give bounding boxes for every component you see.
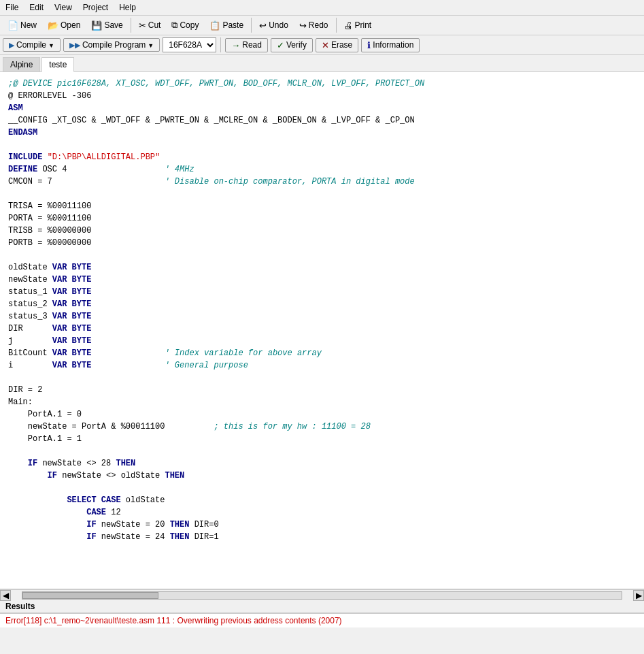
scroll-left-button[interactable]: ◀: [0, 590, 11, 601]
open-button[interactable]: Open: [43, 18, 85, 33]
editor-container[interactable]: ;@ DEVICE pic16F628A, XT_OSC, WDT_OFF, P…: [0, 72, 644, 589]
information-button[interactable]: Information: [361, 38, 420, 52]
redo-button[interactable]: Redo: [294, 18, 333, 33]
copy-label: Copy: [180, 20, 199, 30]
new-icon: [7, 20, 18, 31]
information-label: Information: [373, 40, 413, 50]
device-selector[interactable]: 16F628A 16F84A 16F877A: [163, 37, 216, 52]
info-icon: [367, 40, 371, 50]
compile-program-dropdown-arrow: [148, 40, 154, 50]
save-icon: [91, 20, 102, 31]
results-label: Results: [5, 602, 35, 611]
save-label: Save: [104, 20, 122, 30]
verify-label: Verify: [286, 40, 307, 50]
compile-program-label: Compile Program: [82, 40, 146, 50]
horizontal-scrollbar[interactable]: ◀ ▶: [0, 589, 644, 600]
compile-label: Compile: [16, 40, 46, 50]
undo-icon: [259, 20, 267, 31]
redo-label: Redo: [309, 20, 328, 30]
separator-4: [220, 37, 221, 52]
toolbar: New Open Save Cut Copy Paste Undo Redo P…: [0, 16, 644, 35]
separator-1: [131, 18, 131, 33]
redo-icon: [299, 20, 307, 31]
status-bar: Results: [0, 600, 644, 613]
menu-bar: File Edit View Project Help: [0, 0, 644, 16]
menu-view[interactable]: View: [49, 1, 78, 14]
compile-toolbar: Compile Compile Program 16F628A 16F84A 1…: [0, 35, 644, 55]
cut-label: Cut: [148, 20, 161, 30]
compile-icon: [9, 40, 14, 50]
tab-teste[interactable]: teste: [41, 57, 74, 72]
print-button[interactable]: Print: [339, 18, 377, 33]
read-button[interactable]: Read: [225, 38, 268, 52]
cut-icon: [139, 20, 146, 31]
copy-icon: [171, 20, 177, 31]
menu-edit[interactable]: Edit: [24, 1, 49, 14]
scrollbar-thumb[interactable]: [22, 592, 158, 599]
separator-2: [251, 18, 252, 33]
erase-button[interactable]: Erase: [316, 38, 358, 52]
print-icon: [344, 20, 353, 31]
undo-button[interactable]: Undo: [254, 18, 293, 33]
paste-label: Paste: [222, 20, 243, 30]
new-label: New: [20, 20, 37, 30]
compile-button[interactable]: Compile: [3, 38, 61, 52]
paste-button[interactable]: Paste: [205, 18, 248, 33]
menu-help[interactable]: Help: [114, 1, 141, 14]
verify-button[interactable]: Verify: [271, 38, 313, 52]
verify-icon: [277, 40, 284, 50]
scroll-right-button[interactable]: ▶: [633, 590, 644, 601]
compile-dropdown-arrow: [48, 40, 54, 50]
paste-icon: [209, 20, 220, 31]
cut-button[interactable]: Cut: [134, 18, 166, 33]
read-label: Read: [242, 40, 262, 50]
tab-alpine[interactable]: Alpine: [3, 57, 40, 71]
copy-button[interactable]: Copy: [167, 18, 203, 33]
menu-project[interactable]: Project: [78, 1, 114, 14]
new-button[interactable]: New: [3, 18, 41, 33]
error-message: Error[118] c:\1_remo~2\renault\teste.asm…: [5, 616, 342, 625]
open-icon: [48, 20, 58, 31]
menu-file[interactable]: File: [0, 1, 24, 14]
erase-label: Erase: [331, 40, 352, 50]
separator-3: [336, 18, 337, 33]
print-label: Print: [355, 20, 372, 30]
undo-label: Undo: [269, 20, 288, 30]
read-icon: [231, 40, 240, 50]
compile-program-button[interactable]: Compile Program: [63, 38, 160, 52]
compile-program-icon: [69, 40, 80, 50]
error-bar: Error[118] c:\1_remo~2\renault\teste.asm…: [0, 613, 644, 627]
open-label: Open: [61, 20, 80, 30]
editor-content: ;@ DEVICE pic16F628A, XT_OSC, WDT_OFF, P…: [0, 72, 644, 549]
scrollbar-track[interactable]: [22, 591, 622, 600]
erase-icon: [322, 40, 329, 50]
tabs-bar: Alpine teste: [0, 55, 644, 72]
save-button[interactable]: Save: [86, 18, 127, 33]
